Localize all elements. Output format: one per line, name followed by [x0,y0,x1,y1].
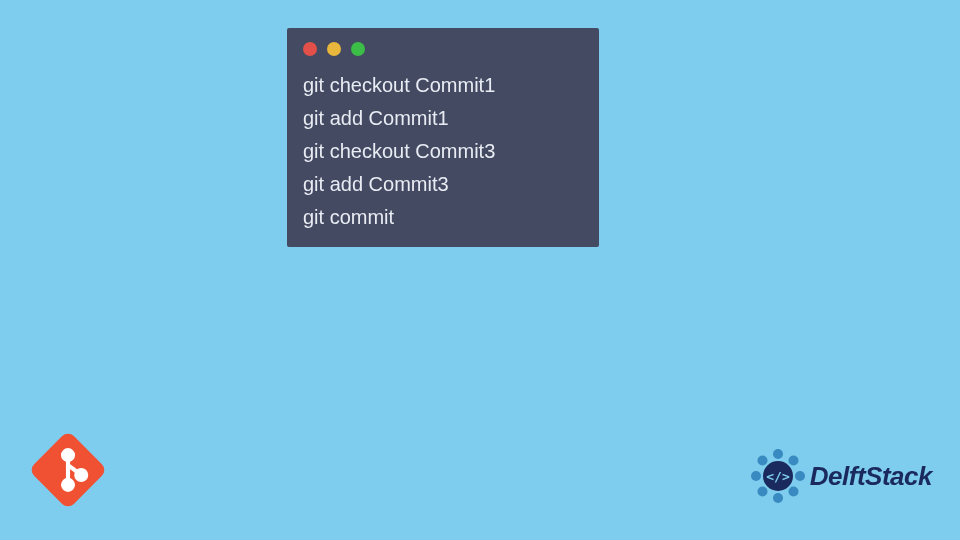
code-line: git checkout Commit3 [303,138,583,165]
brand-logo: </> DelftStack [750,448,932,504]
svg-point-4 [63,480,73,490]
terminal-window: git checkout Commit1 git add Commit1 git… [287,28,599,247]
code-line: git checkout Commit1 [303,72,583,99]
brand-name: DelftStack [810,461,932,492]
svg-point-6 [773,449,783,459]
svg-point-5 [76,470,86,480]
svg-point-9 [788,487,798,497]
brand-emblem-icon: </> [750,448,806,504]
svg-point-13 [757,456,767,466]
git-logo-icon [30,432,106,508]
code-line: git commit [303,204,583,231]
code-line: git add Commit1 [303,105,583,132]
svg-point-8 [795,471,805,481]
svg-point-3 [63,450,73,460]
svg-point-10 [773,493,783,503]
close-icon [303,42,317,56]
svg-point-11 [757,487,767,497]
svg-text:</>: </> [766,469,790,484]
code-block: git checkout Commit1 git add Commit1 git… [303,72,583,231]
maximize-icon [351,42,365,56]
svg-point-7 [788,456,798,466]
svg-point-12 [751,471,761,481]
code-line: git add Commit3 [303,171,583,198]
minimize-icon [327,42,341,56]
window-traffic-lights [303,42,583,56]
